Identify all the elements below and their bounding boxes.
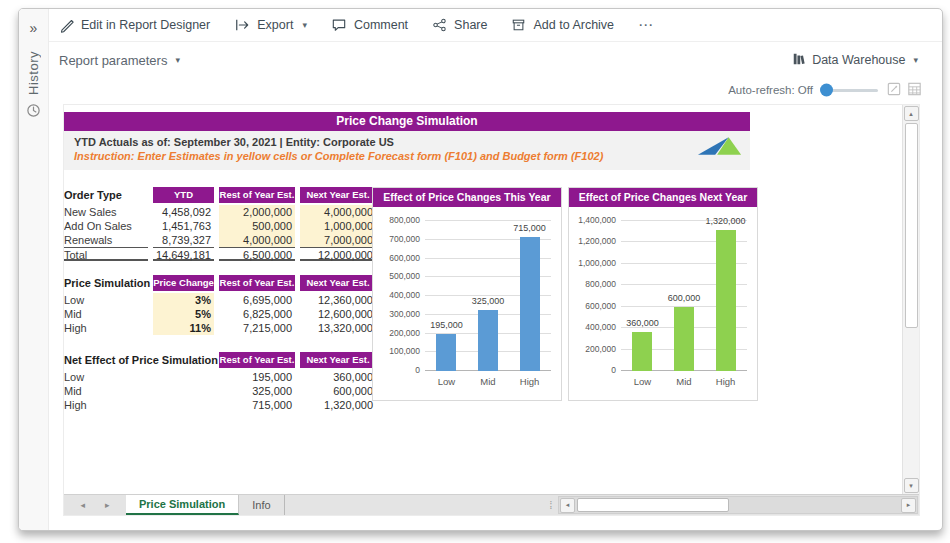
row-label: Low: [64, 293, 148, 307]
value-cell: 715,000: [219, 398, 295, 412]
estimate-cell[interactable]: 4,000,000: [300, 205, 376, 219]
bar-high: [520, 237, 540, 371]
row-label: Mid: [64, 307, 148, 321]
add-to-archive-button[interactable]: Add to Archive: [511, 18, 614, 32]
share-button[interactable]: Share: [432, 18, 487, 32]
data-source-selector[interactable]: Data Warehouse ▾: [792, 52, 918, 69]
slider-knob[interactable]: [820, 84, 833, 97]
params-row: Report parameters ▾ Data Warehouse ▾: [49, 42, 942, 78]
y-axis-tick-label: 200,000: [585, 344, 616, 354]
comment-bubble-icon: [331, 18, 347, 32]
y-axis-tick-label: 200,000: [389, 328, 420, 338]
estimate-cell[interactable]: 500,000: [219, 219, 295, 233]
chart-next-year: Effect of Price Changes Next Year 0200,0…: [568, 187, 758, 401]
row-label: Mid: [64, 384, 214, 398]
value-cell: 6,695,000: [219, 293, 295, 307]
estimate-cell[interactable]: 4,000,000: [219, 233, 295, 247]
estimate-cell[interactable]: 1,000,000: [300, 219, 376, 233]
x-axis-category-label: High: [520, 376, 540, 387]
data-label: 195,000: [430, 320, 463, 330]
vertical-scrollbar[interactable]: ▴ ▾: [902, 105, 919, 494]
row-label: High: [64, 321, 148, 335]
ytd-value-cell: 4,458,092: [153, 205, 214, 219]
toolbar: Edit in Report Designer Export ▾ Comment: [49, 9, 942, 42]
value-cell: 325,000: [219, 384, 295, 398]
history-panel-toggle[interactable]: History: [26, 51, 41, 122]
order-type-table: Order TypeYTDRest of Year Est.Next Year …: [64, 187, 370, 261]
edit-in-report-designer-button[interactable]: Edit in Report Designer: [59, 18, 210, 33]
vertical-scroll-thumb[interactable]: [905, 123, 918, 328]
bar-mid: [674, 307, 694, 371]
table-corner-label: Price Simulation: [64, 275, 148, 291]
report-info-bar: YTD Actuals as of: September 30, 2021 | …: [64, 131, 750, 170]
collapse-panel-icon[interactable]: »: [30, 21, 38, 35]
next-sheet-button[interactable]: ▸: [105, 500, 110, 510]
prev-sheet-button[interactable]: ◂: [80, 500, 85, 510]
chart-title: Effect of Price Changes This Year: [373, 188, 561, 207]
y-axis-tick-label: 1,000,000: [578, 258, 616, 268]
price-simulation-table: Price SimulationPrice ChangeRest of Year…: [64, 275, 370, 335]
comment-button[interactable]: Comment: [331, 18, 408, 32]
report-parameters-toggle[interactable]: Report parameters ▾: [59, 53, 180, 68]
data-label: 325,000: [472, 296, 505, 306]
tables-column: Order TypeYTDRest of Year Est.Next Year …: [64, 187, 370, 412]
history-clock-icon: [26, 103, 41, 122]
x-axis-category-label: Mid: [676, 376, 691, 387]
auto-refresh-row: Auto-refresh: Off: [49, 78, 942, 102]
pencil-icon: [59, 18, 74, 33]
y-axis-tick-label: 800,000: [585, 279, 616, 289]
data-label: 1,320,000: [706, 216, 746, 226]
data-warehouse-icon: [792, 52, 806, 69]
column-header: Price Change: [153, 275, 214, 291]
sheet-tab-info[interactable]: Info: [239, 495, 284, 515]
x-axis-category-label: High: [716, 376, 736, 387]
report-viewport: Price Change Simulation YTD Actuals as o…: [63, 104, 920, 516]
y-axis-tick-label: 300,000: [389, 309, 420, 319]
app-window: » History Edit in Report Designer Export: [18, 8, 943, 531]
quick-edit-icon[interactable]: [887, 82, 901, 98]
auto-refresh-slider[interactable]: [822, 89, 878, 92]
row-label: Add On Sales: [64, 219, 148, 233]
data-label: 600,000: [668, 293, 701, 303]
y-axis-tick-label: 1,200,000: [578, 236, 616, 246]
x-axis-category-label: Low: [634, 376, 651, 387]
x-axis-category-label: Mid: [480, 376, 495, 387]
data-source-label: Data Warehouse: [812, 53, 905, 67]
y-axis-tick-label: 400,000: [389, 290, 420, 300]
chart-plot-area: 0100,000200,000300,000400,000500,000600,…: [425, 221, 551, 371]
y-axis-tick-label: 1,400,000: [578, 215, 616, 225]
data-label: 715,000: [513, 223, 546, 233]
bar-mid: [478, 310, 498, 371]
scroll-down-button[interactable]: ▾: [904, 478, 919, 493]
y-axis-tick-label: 400,000: [585, 322, 616, 332]
price-change-input-cell[interactable]: 11%: [153, 321, 214, 335]
chart-plot-area: 0200,000400,000600,000800,0001,000,0001,…: [621, 221, 747, 371]
left-rail: » History: [19, 9, 49, 530]
charts-column: Effect of Price Changes This Year 0100,0…: [372, 187, 758, 401]
sheet-tab-price-simulation[interactable]: Price Simulation: [126, 495, 239, 515]
scroll-right-button[interactable]: ▸: [901, 498, 916, 513]
scroll-up-button[interactable]: ▴: [904, 106, 919, 121]
price-change-input-cell[interactable]: 5%: [153, 307, 214, 321]
edit-label: Edit in Report Designer: [81, 18, 210, 32]
grid-view-icon[interactable]: [907, 82, 922, 98]
estimate-cell[interactable]: 7,000,000: [300, 233, 376, 247]
value-cell: 6,825,000: [219, 307, 295, 321]
estimate-cell[interactable]: 2,000,000: [219, 205, 295, 219]
value-cell: 7,215,000: [219, 321, 295, 335]
horizontal-scrollbar[interactable]: ◂ ▸: [558, 496, 918, 514]
chart-this-year: Effect of Price Changes This Year 0100,0…: [372, 187, 562, 401]
export-button[interactable]: Export ▾: [234, 18, 307, 32]
value-cell: 1,320,000: [300, 398, 376, 412]
price-change-input-cell[interactable]: 3%: [153, 293, 214, 307]
ytd-value-cell: 1,451,763: [153, 219, 214, 233]
more-actions-button[interactable]: ⋯: [638, 16, 654, 34]
y-axis-tick-label: 0: [611, 365, 616, 375]
y-axis-tick-label: 800,000: [389, 215, 420, 225]
report-subtitle: YTD Actuals as of: September 30, 2021 | …: [74, 135, 740, 149]
share-icon: [432, 18, 447, 32]
tab-splitter-handle[interactable]: ⁞: [544, 495, 558, 515]
scroll-left-button[interactable]: ◂: [560, 498, 575, 513]
total-row-label: Total: [64, 247, 148, 261]
horizontal-scroll-thumb[interactable]: [577, 498, 729, 512]
